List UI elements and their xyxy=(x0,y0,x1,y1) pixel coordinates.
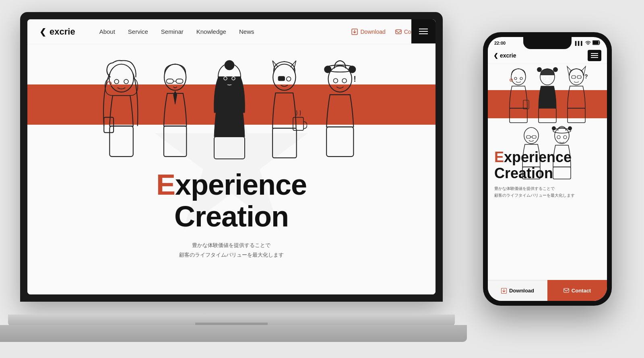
phone-battery-icon xyxy=(592,40,601,46)
svg-rect-48 xyxy=(577,76,581,78)
contact-envelope-icon xyxy=(395,29,402,35)
phone-logo: ❮ excrie xyxy=(493,52,584,59)
laptop-screen: ❮ excrie About Service Seminar Knowledge… xyxy=(27,19,436,294)
site-logo: ❮ excrie xyxy=(39,27,75,37)
phone-hero-subtitle: 豊かな体験価値を提供することで 顧客のライフタイムバリューを最大化します xyxy=(494,185,601,199)
logo-text: excrie xyxy=(50,27,75,37)
svg-point-43 xyxy=(543,77,546,80)
svg-point-28 xyxy=(334,78,338,83)
nav-links: About Service Seminar Knowledge News xyxy=(99,28,352,35)
laptop-base xyxy=(8,315,455,326)
svg-point-42 xyxy=(537,67,542,72)
svg-text:?: ? xyxy=(584,73,588,80)
phone-signal-icon: ▌▌▌ xyxy=(575,41,584,45)
svg-rect-8 xyxy=(104,117,114,133)
nav-about[interactable]: About xyxy=(99,28,115,35)
phone-contact-icon xyxy=(564,288,569,293)
phone-logo-arrow: ❮ xyxy=(493,52,498,59)
phone-download-button[interactable]: Download xyxy=(488,280,547,301)
phone-char-1 xyxy=(504,64,533,124)
phone-nav: ❮ excrie xyxy=(488,47,607,64)
svg-rect-53 xyxy=(532,136,536,138)
svg-rect-33 xyxy=(593,41,599,44)
phone-status-icons: ▌▌▌ xyxy=(575,40,601,46)
phone-hero: ? xyxy=(488,64,607,203)
phone-chars-row: ? xyxy=(488,64,607,144)
phone-notch xyxy=(523,37,572,49)
svg-rect-52 xyxy=(526,136,530,138)
svg-point-61 xyxy=(564,136,567,139)
nav-service[interactable]: Service xyxy=(128,28,148,35)
svg-point-26 xyxy=(349,66,356,73)
phone-wifi-icon xyxy=(585,40,591,46)
nav-news[interactable]: News xyxy=(239,28,254,35)
nav-seminar[interactable]: Seminar xyxy=(161,28,184,35)
svg-point-36 xyxy=(514,77,517,80)
svg-rect-10 xyxy=(167,79,173,83)
scene: ❮ excrie About Service Seminar Knowledge… xyxy=(0,0,644,358)
svg-text:!: ! xyxy=(354,74,357,83)
phone-bottom-bar: Download Contact xyxy=(488,280,607,301)
svg-rect-31 xyxy=(326,127,353,156)
phone-download-icon xyxy=(501,288,507,294)
hero-title-creation: Creation xyxy=(174,200,289,232)
character-2 xyxy=(153,56,197,161)
svg-rect-62 xyxy=(553,167,571,179)
svg-point-5 xyxy=(124,79,128,84)
nav-download-button[interactable]: Download xyxy=(351,29,385,35)
phone-char-3: ? xyxy=(562,64,591,124)
character-5: ! xyxy=(315,56,365,161)
character-4 xyxy=(262,56,308,161)
laptop-foot xyxy=(0,325,467,342)
laptop-hero-text: Experience Creation 豊かな体験価値を提供することで 顧客のラ… xyxy=(156,169,307,259)
characters-row: ! xyxy=(97,48,365,161)
phone-logo-text: excrie xyxy=(500,52,516,59)
svg-rect-11 xyxy=(176,79,183,83)
laptop-hero-title: Experience Creation xyxy=(156,169,307,232)
site-nav: ❮ excrie About Service Seminar Knowledge… xyxy=(27,19,436,44)
svg-point-27 xyxy=(324,66,331,73)
phone-time: 22:00 xyxy=(494,41,506,45)
phone-hamburger-button[interactable] xyxy=(588,50,601,61)
svg-point-9 xyxy=(164,64,186,91)
svg-point-4 xyxy=(114,79,119,84)
svg-point-44 xyxy=(549,77,551,80)
laptop-hamburger-icon[interactable] xyxy=(411,19,436,43)
phone: 22:00 ▌▌▌ ❮ excrie xyxy=(483,32,612,306)
phone-screen: 22:00 ▌▌▌ ❮ excrie xyxy=(488,37,607,301)
svg-point-58 xyxy=(568,126,572,130)
svg-rect-55 xyxy=(522,167,540,179)
phone-contact-button[interactable]: Contact xyxy=(547,280,607,301)
characters-banner: ! xyxy=(27,48,436,161)
svg-rect-39 xyxy=(510,108,527,123)
svg-point-3 xyxy=(109,64,134,92)
svg-rect-22 xyxy=(272,128,297,158)
phone-char-4 xyxy=(517,124,546,181)
svg-rect-20 xyxy=(278,76,285,81)
svg-rect-64 xyxy=(564,288,569,292)
laptop-hero-subtitle: 豊かな体験価値を提供することで 顧客のライフタイムバリューを最大化します xyxy=(156,241,307,259)
phone-characters-banner: ? xyxy=(488,64,607,144)
svg-point-41 xyxy=(553,67,558,72)
character-1 xyxy=(97,56,145,161)
logo-arrow-icon: ❮ xyxy=(39,27,46,37)
svg-rect-13 xyxy=(164,126,186,156)
site-hero: ! Experience Creation xyxy=(27,44,436,294)
svg-point-60 xyxy=(557,136,560,139)
svg-rect-38 xyxy=(523,100,529,109)
svg-rect-47 xyxy=(572,76,576,78)
character-3 xyxy=(205,56,254,161)
svg-point-37 xyxy=(520,77,522,80)
svg-point-6 xyxy=(107,82,111,86)
svg-point-21 xyxy=(286,77,291,81)
svg-rect-1 xyxy=(396,30,401,34)
nav-knowledge[interactable]: Knowledge xyxy=(196,28,226,35)
svg-point-29 xyxy=(342,78,347,83)
phone-title-e: E xyxy=(494,149,504,165)
laptop: ❮ excrie About Service Seminar Knowledge… xyxy=(20,12,443,342)
phone-char-2 xyxy=(533,64,562,124)
svg-point-15 xyxy=(225,60,234,70)
hero-title-e: E xyxy=(156,169,175,201)
svg-rect-50 xyxy=(568,108,585,123)
svg-point-56 xyxy=(555,128,569,144)
